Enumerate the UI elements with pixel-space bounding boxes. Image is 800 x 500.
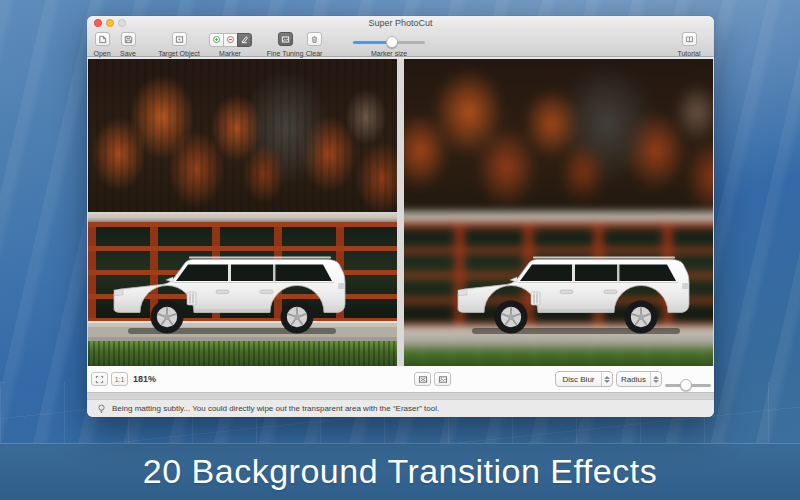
chevron-down-icon [604, 380, 610, 383]
tutorial-button[interactable] [682, 32, 697, 46]
target-object-label: Target Object [156, 50, 202, 58]
transparent-background-button[interactable] [414, 372, 431, 386]
lightbulb-icon [97, 404, 106, 414]
traffic-lights [94, 19, 126, 27]
slider-thumb[interactable] [386, 36, 398, 48]
original-image-canvas[interactable] [88, 59, 397, 366]
save-label: Save [115, 50, 141, 58]
fence-top-beam-blurred [404, 212, 713, 223]
result-image-canvas[interactable] [404, 59, 713, 366]
background-image-icon [438, 375, 448, 384]
promo-background: 20 Background Transition Effects [0, 0, 800, 500]
panel-divider [397, 59, 404, 392]
background-image-button[interactable] [434, 372, 451, 386]
open-group: Open [89, 30, 115, 57]
toolbar: Open Save Target Object [87, 30, 714, 57]
floppy-disk-icon [124, 35, 133, 44]
marker-group: Marker [206, 30, 254, 57]
actual-size-label: 1:1 [115, 376, 125, 383]
grass-strip [88, 341, 397, 366]
marker-size-slider[interactable] [353, 36, 425, 48]
clear-label: Clear [299, 50, 329, 58]
window-title: Super PhotoCut [87, 16, 714, 30]
save-button[interactable] [121, 32, 136, 46]
clear-button[interactable] [307, 32, 322, 46]
tutorial-group: Tutorial [672, 30, 706, 57]
marker-label: Marker [206, 50, 254, 58]
radius-slider-thumb[interactable] [680, 379, 692, 391]
parameter-select[interactable]: Radius [616, 371, 662, 387]
clear-group: Clear [299, 30, 329, 57]
autumn-forest-background-blurred [404, 59, 713, 212]
white-suv-cutout [454, 249, 694, 337]
lower-separator [87, 392, 714, 399]
parameter-select-stepper[interactable] [650, 372, 661, 386]
status-bar: Being matting subtly... You could direct… [87, 399, 714, 417]
plus-circle-icon [212, 35, 221, 44]
fine-tuning-button[interactable] [278, 32, 293, 46]
effect-select[interactable]: Disc Blur [555, 371, 613, 387]
fit-screen-icon [95, 375, 104, 384]
photo-icon [281, 35, 290, 44]
effect-select-value: Disc Blur [556, 375, 601, 384]
save-group: Save [115, 30, 141, 57]
chevron-up-icon [604, 376, 610, 379]
autumn-forest-background [88, 59, 397, 212]
crop-frame-icon [175, 35, 184, 44]
marker-eraser-button[interactable] [237, 33, 252, 47]
white-suv [110, 249, 350, 337]
zoom-button[interactable] [118, 19, 126, 27]
chevron-up-icon [653, 376, 659, 379]
chevron-down-icon [653, 380, 659, 383]
marker-size-label: Marker size [353, 50, 425, 58]
minus-circle-icon [226, 35, 235, 44]
fence-top-beam [88, 212, 397, 222]
trash-icon [310, 35, 319, 44]
panel-controls: 1:1 181% Disc Blur Radius [87, 366, 714, 392]
tutorial-label: Tutorial [672, 50, 706, 58]
effect-select-stepper[interactable] [601, 372, 612, 386]
marker-keep-button[interactable] [209, 33, 224, 47]
parameter-select-value: Radius [617, 375, 650, 384]
book-icon [685, 35, 694, 44]
image-area [87, 59, 714, 366]
caption-band: 20 Background Transition Effects [0, 443, 800, 500]
radius-slider[interactable] [665, 379, 711, 391]
open-button[interactable] [95, 32, 110, 46]
app-window: Super PhotoCut Open Save Target Object [87, 16, 714, 417]
no-background-icon [418, 375, 428, 384]
eraser-icon [240, 35, 249, 44]
open-document-icon [98, 35, 107, 44]
target-object-button[interactable] [172, 32, 187, 46]
fit-to-window-button[interactable] [91, 372, 108, 386]
target-object-group: Target Object [156, 30, 202, 57]
minimize-button[interactable] [106, 19, 114, 27]
zoom-level-value: 181% [133, 372, 156, 386]
title-bar[interactable]: Super PhotoCut [87, 16, 714, 30]
caption-text: 20 Background Transition Effects [143, 452, 657, 491]
open-label: Open [89, 50, 115, 58]
marker-size-group: Marker size [353, 30, 425, 57]
close-button[interactable] [94, 19, 102, 27]
actual-size-button[interactable]: 1:1 [111, 372, 128, 386]
grass-strip-blurred [404, 347, 713, 366]
marker-remove-button[interactable] [223, 33, 238, 47]
status-tip-text: Being matting subtly... You could direct… [112, 404, 439, 413]
